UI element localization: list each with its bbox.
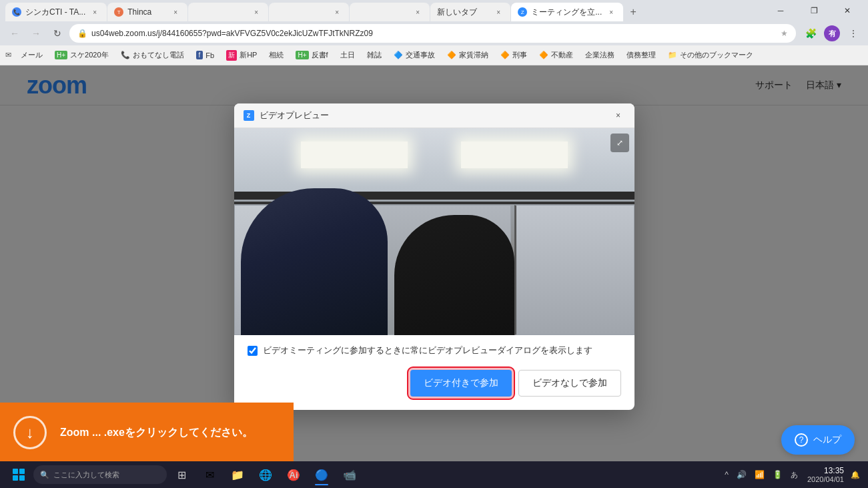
join-without-video-button[interactable]: ビデオなしで参加 (518, 370, 621, 397)
taskbar-zoom[interactable]: 📹 (336, 463, 363, 487)
taskbar: 🔍 ここに入力して検索 ⊞ ✉ 📁 🌐 🔴 🔵 📹 Ai (0, 461, 868, 488)
tray-expand[interactable]: ^ (722, 469, 731, 481)
help-label: ヘルプ (813, 434, 841, 446)
refresh-button[interactable]: ↻ (48, 24, 67, 43)
tab-2[interactable]: T Thinca × (107, 3, 187, 21)
bookmark-fudosan[interactable]: 🔶 不動産 (534, 48, 578, 62)
always-show-checkbox[interactable] (248, 346, 258, 356)
tray-speaker[interactable]: 🔊 (734, 469, 749, 481)
taskbar-file-explorer[interactable]: 📁 (224, 463, 251, 487)
tabs-row: 📞 シンカCTI - TA... × T Thinca × × × × 新しいタ… (0, 0, 868, 21)
taskbar-right: ^ 🔊 📶 🔋 あ 13:35 2020/04/01 🔔 (719, 466, 863, 483)
bookmark-others[interactable]: 📁 その他のブックマーク (663, 48, 759, 62)
search-icon: 🔍 (40, 471, 49, 479)
modal-titlebar: Z ビデオプレビュー × (234, 103, 634, 128)
checkbox-row: ビデオミーティングに参加するときに常にビデオプレビューダイアログを表示します (248, 344, 621, 356)
bookmark-saimu-label: 債務整理 (626, 50, 656, 60)
taskbar-edge[interactable]: 🌐 (252, 463, 279, 487)
windows-logo (13, 469, 25, 481)
bookmark-hp-label: 新HP (240, 50, 257, 60)
back-button[interactable]: ← (5, 24, 24, 43)
modal-body: ビデオミーティングに参加するときに常にビデオプレビューダイアログを表示します ビ… (234, 335, 634, 410)
address-bar: ← → ↻ 🔒 us04web.zoom.us/j/844160655?pwd=… (0, 21, 868, 45)
tab-1[interactable]: 📞 シンカCTI - TA... × (5, 3, 107, 21)
bookmark-traffic[interactable]: 🔷 交通事故 (388, 48, 440, 62)
bookmark-keiji[interactable]: 🔶 刑事 (495, 48, 532, 62)
close-button[interactable]: ✕ (832, 0, 863, 21)
new-tab-button[interactable]: + (624, 3, 642, 21)
restore-button[interactable]: ❐ (799, 0, 829, 21)
tab-new-close[interactable]: × (493, 7, 504, 17)
modal-close-button[interactable]: × (612, 109, 625, 122)
tab-3[interactable]: × (188, 3, 268, 21)
bookmark-kigyou-label: 企業法務 (585, 50, 614, 60)
task-view-icon: ⊞ (177, 469, 186, 481)
notification-area[interactable]: 🔔 (848, 469, 863, 481)
main-content: zoom サポート 日本語 ▾ Z ビデオプレビュー × (0, 65, 868, 488)
bookmark-yachin[interactable]: 🔶 家賃滞納 (442, 48, 494, 62)
bookmark-phone[interactable]: 📞 おもてなし電話 (115, 48, 189, 62)
tab-1-close[interactable]: × (89, 7, 100, 17)
file-explorer-icon: 📁 (231, 469, 244, 481)
bookmark-sozoku[interactable]: 相続 (264, 48, 289, 62)
tab-2-icon: T (114, 7, 123, 17)
tab-new[interactable]: 新しいタブ × (430, 3, 510, 21)
chrome-icon: 🔵 (315, 469, 328, 481)
tray-network[interactable]: 📶 (752, 469, 767, 481)
url-text: us04web.zoom.us/j/844160655?pwd=akVFVGZ5… (91, 29, 373, 38)
bookmark-phone-label: おもてなし電話 (133, 50, 184, 60)
bookmark-hansho[interactable]: H+ 反書f (290, 48, 333, 62)
tab-4-close[interactable]: × (332, 7, 342, 17)
tab-zoom-close[interactable]: × (606, 7, 616, 17)
start-button[interactable] (5, 463, 32, 487)
minimize-button[interactable]: ─ (765, 0, 796, 21)
taskbar-clock[interactable]: 13:35 2020/04/01 (807, 466, 844, 483)
bookmark-yachin-label: 家賃滞納 (459, 50, 488, 60)
profile-circle[interactable]: 有 (823, 24, 841, 43)
tab-1-icon: 📞 (12, 7, 21, 17)
window-controls: ─ ❐ ✕ (765, 0, 863, 21)
tab-5-close[interactable]: × (412, 7, 423, 17)
bookmark-mail[interactable]: メール (15, 48, 48, 62)
tab-2-label: Thinca (127, 7, 151, 17)
forward-button[interactable]: → (27, 24, 45, 43)
address-icons: 🧩 有 ⋮ (801, 24, 863, 43)
url-bar[interactable]: 🔒 us04web.zoom.us/j/844160655?pwd=akVFVG… (69, 24, 796, 43)
win-logo-q1 (13, 469, 18, 474)
checkbox-label[interactable]: ビデオミーティングに参加するときに常にビデオプレビューダイアログを表示します (263, 344, 592, 356)
download-arrow-icon: ↓ (13, 416, 47, 449)
bookmark-zasshi-label: 雑誌 (367, 50, 382, 60)
tab-2-close[interactable]: × (170, 7, 181, 17)
video-preview-dialog: Z ビデオプレビュー × (234, 103, 634, 410)
join-with-video-button[interactable]: ビデオ付きで参加 (410, 370, 512, 397)
taskbar-chrome[interactable]: 🔵 (308, 463, 335, 487)
tab-5[interactable]: × (350, 3, 430, 21)
modal-zoom-icon: Z (244, 110, 254, 121)
bookmark-zasshi[interactable]: 雑誌 (362, 48, 387, 62)
menu-icon[interactable]: ⋮ (844, 24, 863, 43)
tab-4[interactable]: × (269, 3, 349, 21)
clock-date: 2020/04/01 (807, 475, 844, 483)
bookmark-ske[interactable]: H+ スケ2020年 (49, 48, 114, 62)
taskbar-search[interactable]: 🔍 ここに入力して検索 (33, 465, 167, 484)
ai-text: Ai (290, 470, 298, 480)
tab-zoom-label: ミーティングを立... (531, 7, 602, 18)
bookmark-hp[interactable]: 新 新HP (221, 48, 262, 63)
tab-3-close[interactable]: × (251, 7, 262, 17)
video-fullscreen-icon[interactable]: ⤢ (610, 134, 629, 152)
bookmark-fb[interactable]: f Fb (191, 49, 220, 61)
bookmark-traffic-label: 交通事故 (406, 50, 435, 60)
taskbar-mail[interactable]: ✉ (196, 463, 223, 487)
tray-battery[interactable]: 🔋 (770, 469, 785, 481)
tab-zoom[interactable]: Z ミーティングを立... × (511, 3, 623, 21)
person-left (241, 188, 388, 335)
bookmark-saimu[interactable]: 債務整理 (621, 48, 661, 62)
system-tray: ^ 🔊 📶 🔋 あ (719, 469, 803, 481)
bookmark-kigyou[interactable]: 企業法務 (580, 48, 620, 62)
help-button[interactable]: ? ヘルプ (781, 425, 855, 455)
bookmark-holiday[interactable]: 土日 (335, 48, 360, 62)
bookmark-mail-label: メール (21, 50, 43, 60)
tray-ime[interactable]: あ (788, 469, 801, 481)
extensions-icon[interactable]: 🧩 (801, 24, 820, 43)
task-view-button[interactable]: ⊞ (168, 463, 195, 487)
